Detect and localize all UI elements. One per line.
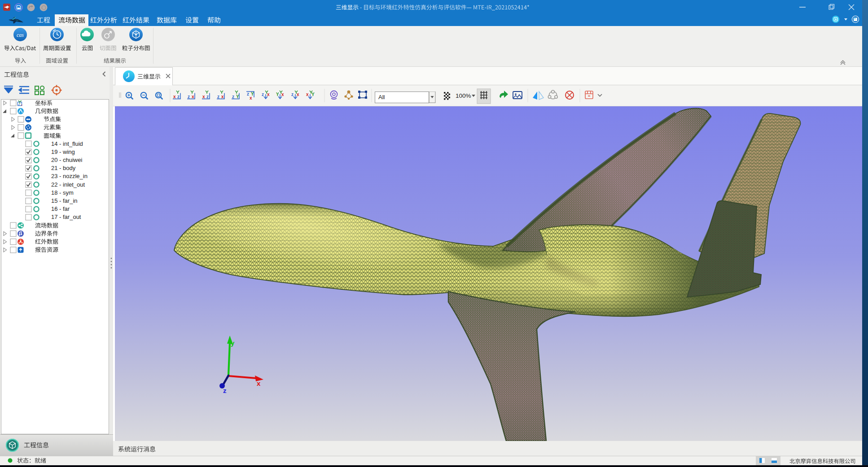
svg-text:z: z bbox=[232, 94, 234, 99]
svg-text:x: x bbox=[192, 94, 194, 99]
svg-text:Y: Y bbox=[236, 94, 239, 99]
svg-text:z: z bbox=[206, 94, 209, 99]
svg-text:x: x bbox=[173, 94, 176, 99]
svg-text:x: x bbox=[267, 92, 270, 97]
svg-text:z: z bbox=[217, 94, 219, 99]
svg-text:Y: Y bbox=[311, 92, 315, 97]
svg-text:x: x bbox=[221, 94, 224, 99]
svg-text:z: z bbox=[223, 387, 227, 394]
svg-text:100%: 100% bbox=[456, 92, 471, 99]
svg-text:cas: cas bbox=[17, 32, 24, 38]
svg-text:x: x bbox=[202, 94, 205, 99]
svg-text:x: x bbox=[281, 92, 284, 97]
svg-text:z: z bbox=[262, 92, 264, 97]
svg-text:x: x bbox=[257, 380, 261, 387]
svg-text:x: x bbox=[297, 92, 299, 97]
svg-text:z: z bbox=[18, 103, 20, 106]
svg-text:z: z bbox=[247, 92, 249, 96]
svg-text:x: x bbox=[306, 92, 309, 97]
svg-text:x: x bbox=[250, 96, 252, 100]
svg-text:z: z bbox=[188, 94, 190, 99]
svg-text:Y: Y bbox=[276, 92, 279, 97]
svg-text:z: z bbox=[177, 94, 180, 99]
svg-text:z: z bbox=[291, 92, 294, 97]
svg-text:x: x bbox=[21, 104, 22, 106]
svg-text:y: y bbox=[231, 339, 235, 347]
